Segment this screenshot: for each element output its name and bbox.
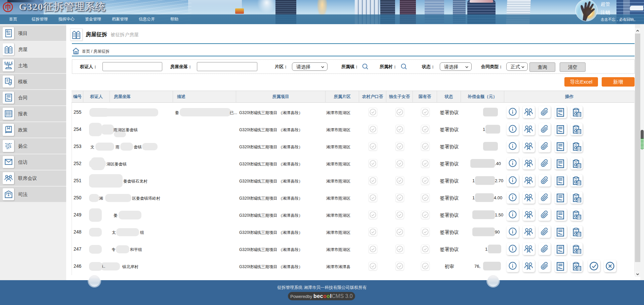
svg-text:SALE: SALE [4, 61, 13, 65]
